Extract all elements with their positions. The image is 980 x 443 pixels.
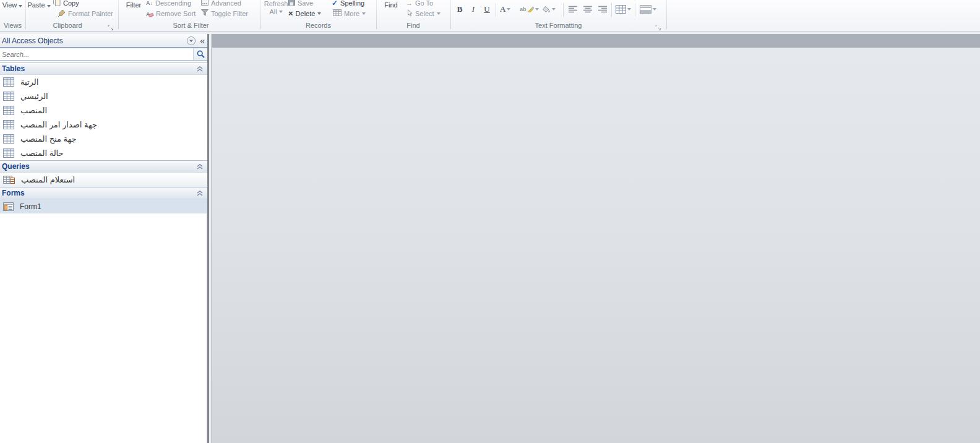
text-formatting-dialog-launcher-icon[interactable] [655,22,662,29]
advanced-label: Advanced [211,0,241,7]
bold-button[interactable]: B [453,2,466,16]
refresh-all-button[interactable]: Refresh All [262,0,290,15]
navigation-pane-header[interactable]: All Access Objects « [0,34,207,48]
search-input[interactable] [0,48,193,60]
delete-record-button[interactable]: × Delete [288,8,321,19]
background-color-button[interactable] [542,2,556,16]
nav-menu-dropdown-icon[interactable] [186,36,196,46]
toggle-filter-button[interactable]: Toggle Filter [201,8,248,19]
funnel-icon [201,9,208,17]
forms-section-label: Forms [2,189,25,197]
section-header-tables[interactable]: Tables [0,62,207,75]
copy-button-label: Copy [63,0,79,7]
nav-item-form[interactable]: Form1 [0,199,207,213]
format-painter-label: Format Painter [68,10,113,17]
nav-item-label: الرتبة [20,77,38,87]
paste-button-label: Paste [27,1,45,9]
find-group-label: Find [376,22,450,30]
more-records-button[interactable]: More [333,8,366,19]
refresh-all-line2: All [269,8,277,15]
align-right-icon [598,6,608,13]
work-area-canvas [212,48,980,443]
highlight-pen-icon [528,6,534,12]
go-to-arrow-icon: → [406,0,413,7]
collapse-pane-icon[interactable]: « [200,37,205,45]
go-to-button[interactable]: → Go To [406,0,433,8]
advanced-button[interactable]: Advanced [201,0,241,8]
view-button[interactable]: View [0,1,25,9]
nav-item-table[interactable]: جهة اصدار امر المنصب [0,118,207,132]
chevron-down-icon [627,8,631,11]
highlight-icon: ab [520,6,527,12]
chevron-down-icon [19,5,22,7]
table-icon [3,106,14,115]
underline-button[interactable]: U [481,2,493,16]
copy-button[interactable]: Copy [53,0,79,8]
gridlines-icon [616,5,626,14]
table-icon [3,120,14,129]
navigation-pane-title: All Access Objects [2,37,186,45]
collapse-section-icon[interactable] [197,191,203,196]
align-center-button[interactable] [582,2,594,16]
section-header-queries[interactable]: Queries [0,160,207,173]
clipboard-dialog-launcher-icon[interactable] [108,22,114,29]
align-left-button[interactable] [567,2,579,16]
find-button-label: Find [384,1,397,9]
italic-button[interactable]: I [467,2,479,16]
find-button[interactable]: Find [380,1,402,9]
sort-filter-group-label: Sort & Filter [121,22,260,30]
collapse-section-icon[interactable] [197,164,203,170]
descending-button[interactable]: A↓ Descending [146,0,191,8]
nav-item-label: المنصب [20,106,47,115]
cursor-pointer-icon [407,9,413,18]
nav-item-table[interactable]: جهة منح المنصب [0,132,207,146]
save-label: Save [298,0,313,7]
nav-item-label: استعلام المنصب [21,175,75,184]
search-button[interactable] [193,48,207,60]
group-separator [118,0,119,29]
font-color-icon: A [500,4,505,14]
table-icon [3,77,14,87]
advanced-filter-icon [201,0,208,7]
tables-section-label: Tables [2,64,25,73]
align-left-icon [569,6,578,13]
nav-item-label: Form1 [20,202,41,211]
nav-item-query[interactable]: استعلام المنصب [0,173,207,187]
section-header-forms[interactable]: Forms [0,187,207,199]
work-area-top-band [212,34,980,48]
paste-button[interactable]: Paste [27,1,51,9]
select-label: Select [415,10,434,17]
nav-item-table[interactable]: الرتبة [0,75,207,89]
highlight-color-button[interactable]: ab [520,2,539,16]
queries-section-label: Queries [2,162,30,171]
content-area: All Access Objects « Tables الرتبة الرئي… [0,32,980,443]
table-icon [3,134,14,144]
align-center-icon [583,6,593,13]
gridlines-button[interactable] [616,2,631,16]
alternate-row-color-button[interactable] [640,2,656,16]
save-record-button[interactable]: Save [288,0,313,8]
chevron-down-icon [507,8,510,11]
go-to-label: Go To [415,0,433,7]
font-color-button[interactable]: A [500,2,510,16]
copy-icon [53,0,61,7]
spelling-button[interactable]: ✓ Spelling [332,0,364,8]
spelling-check-icon: ✓ [332,0,338,7]
remove-sort-label: Remove Sort [156,10,196,17]
select-button[interactable]: Select [407,8,441,19]
filter-button[interactable]: Filter [121,1,146,9]
nav-item-table[interactable]: الرئيسي [0,89,207,103]
format-painter-button[interactable]: Format Painter [58,8,113,19]
refresh-all-line1: Refresh [262,0,290,7]
table-grid-icon [333,9,342,17]
chevron-down-icon [362,12,366,15]
align-right-button[interactable] [596,2,609,16]
view-button-label: View [2,1,17,9]
collapse-section-icon[interactable] [197,66,203,72]
remove-sort-button[interactable]: A Remove Sort [146,8,196,19]
nav-item-table[interactable]: حالة المنصب [0,146,207,160]
nav-item-table[interactable]: المنصب [0,103,207,118]
group-separator [25,0,26,29]
chevron-down-icon [279,11,283,13]
filter-button-label: Filter [126,1,141,9]
